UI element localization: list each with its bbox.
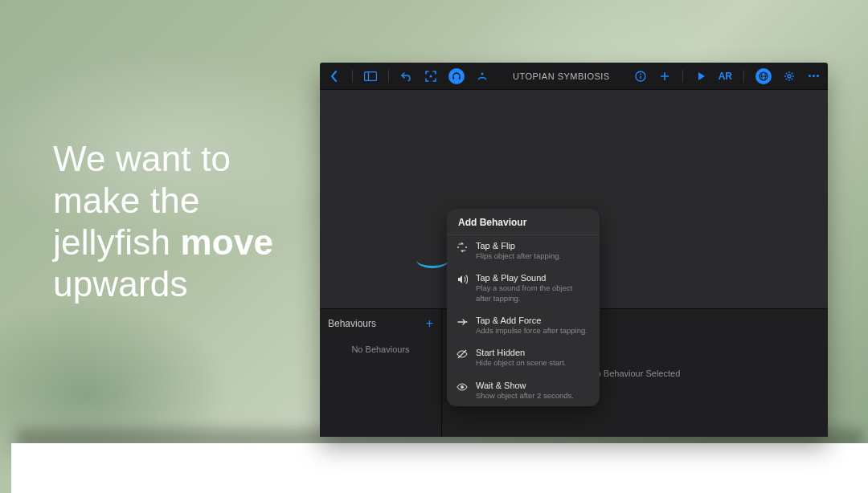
add-behaviour-popup: Add Behaviour Tap & Flip Flips object af… — [447, 209, 600, 406]
globe-icon[interactable] — [755, 68, 772, 84]
jellyfish-outline — [416, 260, 448, 268]
popup-item-title: Tap & Play Sound — [476, 273, 590, 283]
caption-line-4: upwards — [53, 264, 188, 304]
flip-icon — [457, 242, 468, 253]
svg-point-10 — [640, 73, 641, 75]
force-icon — [457, 316, 468, 328]
popup-item-desc: Hide object on scene start. — [476, 358, 566, 368]
slide-caption: We want to make the jellyfish move upwar… — [53, 138, 310, 305]
caption-line-1: We want to — [53, 139, 231, 178]
show-icon — [457, 381, 468, 393]
hidden-icon — [457, 348, 468, 360]
toolbar-divider — [743, 70, 744, 83]
toolbar-left-group — [328, 68, 489, 84]
toolbar-divider — [682, 70, 683, 83]
popup-item-start-hidden[interactable]: Start Hidden Hide object on scene start. — [447, 341, 600, 373]
focus-icon[interactable] — [424, 70, 437, 83]
toolbar: UTOPIAN SYMBIOSIS AR — [320, 63, 828, 90]
gear-icon[interactable] — [783, 70, 796, 83]
svg-point-21 — [461, 385, 464, 389]
project-title: UTOPIAN SYMBIOSIS — [489, 71, 634, 81]
toolbar-divider — [352, 70, 353, 83]
svg-point-2 — [430, 75, 432, 77]
svg-point-16 — [788, 75, 791, 78]
toolbar-divider — [388, 70, 389, 83]
no-behaviour-selected-label: No Behaviour Selected — [590, 369, 681, 378]
ar-button[interactable]: AR — [719, 71, 732, 82]
svg-rect-0 — [365, 71, 377, 80]
toolbar-right-group: AR — [634, 68, 820, 84]
info-icon[interactable] — [634, 70, 647, 83]
popup-item-desc: Adds impulse force after tapping. — [476, 326, 588, 336]
svg-point-6 — [478, 77, 479, 78]
svg-point-5 — [481, 72, 484, 75]
scene-icon[interactable] — [476, 70, 489, 83]
popup-item-desc: Show object after 2 seconds. — [476, 391, 574, 401]
add-icon[interactable] — [658, 70, 671, 83]
popup-item-desc: Flips object after tapping. — [476, 251, 561, 261]
white-bottom-bar — [11, 443, 868, 493]
svg-point-7 — [485, 77, 485, 78]
panels-icon[interactable] — [364, 70, 377, 83]
caption-line-3a: jellyfish — [53, 222, 181, 262]
svg-point-18 — [465, 246, 467, 248]
headphones-icon[interactable] — [448, 68, 465, 84]
popup-item-tap-add-force[interactable]: Tap & Add Force Adds impulse force after… — [447, 309, 600, 341]
caption-line-3b: move — [181, 222, 274, 262]
no-behaviours-label: No Behaviours — [328, 344, 433, 354]
behaviours-list-column: Behaviours + No Behaviours — [320, 309, 442, 437]
more-icon[interactable] — [807, 70, 820, 83]
popup-item-tap-flip[interactable]: Tap & Flip Flips object after tapping. — [447, 235, 600, 267]
sound-icon — [457, 274, 468, 285]
popup-item-title: Tap & Add Force — [476, 316, 588, 325]
popup-item-title: Tap & Flip — [476, 241, 561, 251]
popup-item-wait-show[interactable]: Wait & Show Show object after 2 seconds. — [447, 374, 600, 406]
behaviours-heading: Behaviours — [328, 318, 376, 329]
svg-rect-3 — [452, 77, 454, 79]
play-icon[interactable] — [694, 70, 707, 83]
svg-point-19 — [466, 321, 468, 323]
back-icon[interactable] — [328, 70, 341, 83]
popup-item-title: Start Hidden — [476, 348, 566, 357]
popup-item-tap-play-sound[interactable]: Tap & Play Sound Play a sound from the o… — [447, 267, 600, 309]
popup-title: Add Behaviour — [447, 209, 600, 235]
popup-item-title: Wait & Show — [476, 381, 574, 390]
undo-icon[interactable] — [400, 70, 413, 83]
svg-rect-4 — [459, 77, 461, 79]
caption-line-2: make the — [53, 181, 200, 220]
popup-item-desc: Play a sound from the object after tappi… — [476, 283, 590, 304]
svg-point-17 — [457, 246, 459, 248]
add-behaviour-button[interactable]: + — [426, 317, 433, 330]
